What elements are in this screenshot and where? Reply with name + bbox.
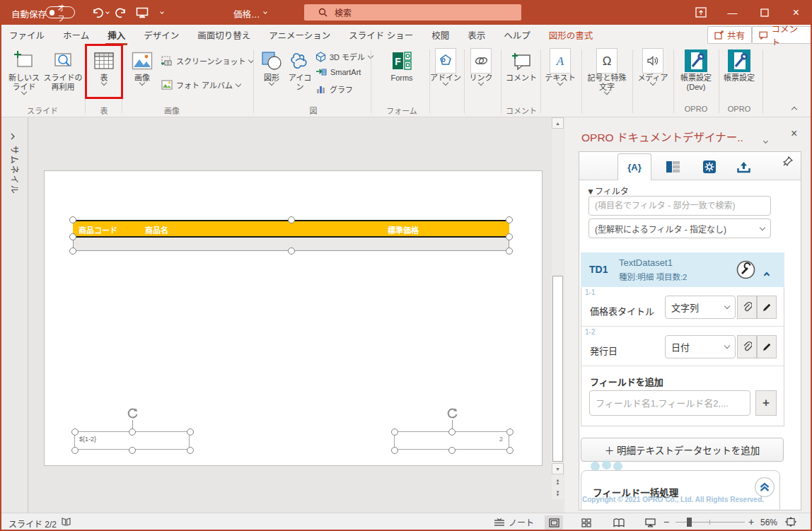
selection-handle[interactable] [71, 428, 79, 436]
report-settings-button[interactable]: 帳票設定 [721, 48, 757, 83]
tab-insert[interactable]: 挿入 [98, 25, 134, 45]
scroll-down-button[interactable]: ▼ [552, 463, 564, 474]
link-button[interactable]: リンク [465, 48, 497, 85]
textbox-page-number[interactable]: 2 [394, 431, 509, 450]
pictures-button[interactable]: 画像 [127, 48, 157, 85]
accessibility-icon[interactable] [61, 517, 71, 529]
zoom-in-button[interactable]: + [748, 516, 754, 527]
pin-icon[interactable] [783, 156, 793, 169]
normal-view-button[interactable] [545, 515, 563, 530]
start-slideshow-button[interactable] [134, 5, 150, 21]
selection-handle[interactable] [288, 216, 295, 223]
selection-handle[interactable] [187, 428, 194, 436]
search-box[interactable]: 検索 [304, 4, 521, 21]
filter-name-input[interactable] [588, 196, 771, 216]
selection-handle[interactable] [506, 247, 513, 255]
tab-slideshow[interactable]: スライド ショー [340, 25, 422, 45]
zoom-level[interactable]: 56% [760, 518, 777, 527]
collapse-ribbon-button[interactable] [792, 102, 796, 115]
document-title[interactable]: 価格… [233, 7, 260, 21]
tab-transitions[interactable]: 画面切り替え [188, 25, 260, 45]
tab-file[interactable]: ファイル [0, 25, 54, 45]
new-slide-button[interactable]: 新しいスライド [6, 48, 42, 94]
chart-button[interactable]: グラフ [315, 83, 353, 95]
selection-handle[interactable] [69, 216, 76, 223]
forms-button[interactable]: F Forms [382, 48, 422, 83]
minimize-button[interactable]: — [717, 0, 748, 25]
text-button[interactable]: A テキスト [543, 48, 577, 85]
selection-handle[interactable] [391, 447, 398, 454]
field-edit-button[interactable] [757, 296, 777, 319]
dataset-header[interactable]: TD1 TextDataset1 種別:明細 項目数:2 [581, 252, 784, 287]
quick-access-more[interactable] [157, 5, 167, 21]
previous-slide-button[interactable]: ▲▲ [552, 476, 564, 487]
zoom-slider-thumb[interactable] [687, 518, 692, 527]
report-settings-dev-button[interactable]: 帳票設定(Dev) [675, 48, 717, 92]
dataset-collapse-chevron[interactable] [765, 267, 769, 280]
tab-upload[interactable] [726, 153, 760, 180]
selection-handle[interactable] [129, 447, 136, 454]
media-button[interactable]: メディア [635, 48, 671, 85]
reuse-slides-button[interactable]: スライドの再利用 [42, 48, 83, 92]
shapes-button[interactable]: 図形 [257, 48, 286, 85]
redo-button[interactable] [113, 5, 129, 21]
expand-thumbnails-chevron-icon[interactable] [10, 130, 16, 143]
field-edit-button[interactable] [757, 335, 777, 358]
add-dataset-button[interactable]: ＋ 明細テキストデータセットを追加 [581, 438, 784, 462]
dataset-wrench-button[interactable] [736, 260, 755, 282]
selection-handle[interactable] [129, 428, 136, 436]
selection-handle[interactable] [69, 247, 76, 255]
add-field-input[interactable] [589, 390, 750, 416]
addins-button[interactable]: アドイン [430, 48, 461, 85]
panel-menu-chevron[interactable] [764, 133, 767, 146]
zoom-out-button[interactable]: − [663, 516, 669, 527]
panel-close-button[interactable]: × [791, 127, 797, 140]
slide-scrollbar[interactable]: ▲ ▼ ▲▲ ▼▼ [552, 117, 564, 499]
selection-handle[interactable] [288, 247, 295, 255]
field-attach-button[interactable] [737, 335, 757, 358]
tab-home[interactable]: ホーム [54, 25, 98, 45]
thumbnail-strip[interactable]: サムネイル [0, 117, 28, 513]
reading-view-button[interactable] [610, 515, 628, 530]
selection-handle[interactable] [506, 428, 514, 436]
tab-view[interactable]: 表示 [458, 25, 494, 45]
rotate-handle[interactable] [446, 407, 459, 423]
selection-handle[interactable] [506, 447, 514, 454]
filter-type-select[interactable]: (型解釈によるフィルタ - 指定なし) [588, 218, 771, 238]
scrollbar-thumb[interactable] [552, 276, 563, 462]
selection-handle[interactable] [448, 447, 456, 454]
tab-settings[interactable] [692, 153, 726, 180]
selection-handle[interactable] [69, 233, 76, 240]
selection-handle[interactable] [506, 216, 513, 223]
field-type-select[interactable]: 日付 [665, 335, 736, 358]
selection-handle[interactable] [187, 447, 194, 454]
symbols-button[interactable]: Ω 記号と特殊文字 [584, 48, 630, 94]
selection-handle[interactable] [506, 233, 513, 240]
rotate-handle[interactable] [126, 407, 139, 423]
selection-handle[interactable] [71, 447, 79, 454]
slide-indicator[interactable]: スライド 2/2 [8, 518, 57, 530]
undo-button[interactable] [89, 5, 105, 21]
tab-animations[interactable]: アニメーション [260, 25, 340, 45]
tab-fields[interactable]: {A} [617, 153, 651, 180]
slideshow-view-button[interactable] [641, 515, 659, 530]
3d-models-button[interactable]: 3D モデル [315, 51, 373, 62]
tab-help[interactable]: ヘルプ [494, 25, 540, 45]
notes-button[interactable]: ノート [494, 516, 534, 528]
smartart-button[interactable]: SmartArt [315, 67, 361, 77]
screenshot-button[interactable]: スクリーンショット [161, 55, 253, 66]
fit-to-window-button[interactable] [785, 517, 796, 529]
autosave-toggle[interactable]: オフ [45, 6, 75, 18]
tab-datasets[interactable] [656, 153, 690, 180]
field-type-select[interactable]: 文字列 [665, 296, 736, 319]
photo-album-button[interactable]: フォト アルバム [161, 79, 240, 91]
zoom-slider-track[interactable] [675, 522, 745, 523]
slide-canvas[interactable]: 商品コード 商品名 標準価格 ${1-2} [44, 170, 543, 466]
new-comment-button[interactable]: コメント [504, 48, 539, 83]
ribbon-display-options-button[interactable] [685, 0, 717, 25]
tab-shape-format[interactable]: 図形の書式 [540, 25, 603, 45]
field-attach-button[interactable] [737, 296, 757, 319]
comments-button[interactable]: コメント [752, 26, 812, 44]
selection-handle[interactable] [391, 428, 398, 436]
scroll-up-button[interactable]: ▲ [552, 117, 564, 129]
